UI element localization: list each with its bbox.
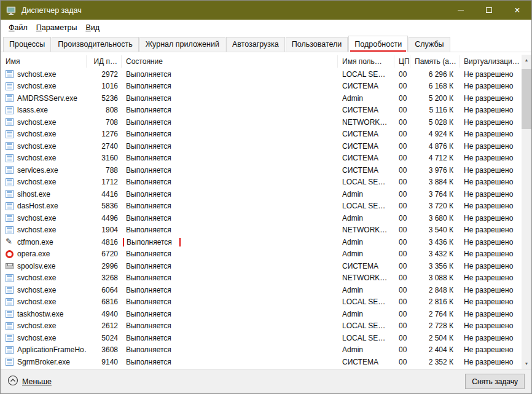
process-virtualization-cell: Не разрешено	[460, 202, 522, 210]
process-icon	[6, 274, 14, 282]
process-pid-cell: 3160	[87, 154, 122, 162]
process-status: Выполняется	[126, 118, 171, 127]
process-cpu-cell: 00	[394, 70, 410, 79]
process-cpu-cell: 00	[394, 297, 410, 306]
table-row[interactable]: svchost.exe 1904 Выполняется NETWORK… 00…	[1, 224, 522, 237]
tab-4-автозагрузка[interactable]: Автозагрузка	[226, 37, 285, 52]
process-status: Выполняется	[126, 286, 171, 294]
menu-view[interactable]: Вид	[81, 21, 104, 34]
table-row[interactable]: svchost.exe 2972 Выполняется LOCAL SE… 0…	[1, 68, 522, 81]
process-name: ctfmon.exe	[17, 238, 53, 246]
scrollbar-thumb[interactable]	[522, 69, 531, 129]
process-name-cell: svchost.exe	[1, 70, 87, 79]
process-status: Выполняется	[126, 82, 171, 90]
column-header-pid[interactable]: ИД п…	[87, 55, 122, 68]
table-row[interactable]: svchost.exe 2740 Выполняется СИСТЕМА 00 …	[1, 140, 522, 152]
column-header-cpu[interactable]: ЦП	[394, 55, 410, 68]
table-row[interactable]: svchost.exe 3268 Выполняется NETWORK… 00…	[1, 272, 522, 285]
table-row[interactable]: svchost.exe 6816 Выполняется LOCAL SE… 0…	[1, 296, 522, 309]
table-row[interactable]: ApplicationFrameHo… 3608 Выполняется Adm…	[1, 344, 522, 357]
table-row[interactable]: dasHost.exe 5836 Выполняется LOCAL SE… 0…	[1, 200, 522, 213]
task-manager-window: Диспетчер задач × Файл Параметры Вид Про…	[0, 0, 532, 394]
table-row[interactable]: ctfmon.exe 4816 Выполняется Admin 00 3 4…	[1, 236, 522, 248]
process-status: Выполняется	[126, 297, 171, 306]
tab-3-журнал приложений[interactable]: Журнал приложений	[139, 37, 225, 52]
table-row[interactable]: svchost.exe 6064 Выполняется Admin 00 2 …	[1, 284, 522, 296]
scroll-down-icon[interactable]: ▼	[522, 358, 531, 369]
process-cpu-cell: 00	[394, 238, 410, 246]
process-user-cell: LOCAL SE…	[338, 70, 394, 79]
column-header-status[interactable]: Состояние	[122, 55, 338, 68]
process-status-cell: Выполняется	[122, 297, 338, 306]
table-row[interactable]: svchost.exe 1276 Выполняется СИСТЕМА 00 …	[1, 128, 522, 141]
process-name: svchost.exe	[17, 82, 56, 90]
vertical-scrollbar[interactable]: ▲ ▼	[522, 55, 531, 369]
menu-file[interactable]: Файл	[4, 21, 32, 34]
process-name-cell: svchost.exe	[1, 226, 87, 234]
process-status-cell: Выполняется	[122, 118, 338, 127]
process-status-cell: Выполняется	[122, 178, 338, 186]
tab-2-производительность[interactable]: Производительность	[52, 37, 138, 52]
table-row[interactable]: sihost.exe 4416 Выполняется Admin 00 3 7…	[1, 188, 522, 200]
process-status: Выполняется	[126, 274, 171, 282]
process-memory-cell: 6 296 К	[410, 70, 460, 79]
process-icon	[6, 298, 14, 306]
table-row[interactable]: services.exe 788 Выполняется СИСТЕМА 00 …	[1, 164, 522, 176]
table-row[interactable]: lsass.exe 808 Выполняется СИСТЕМА 00 5 1…	[1, 104, 522, 117]
column-header-memory[interactable]: Память (а…	[410, 55, 460, 68]
table-row[interactable]: svchost.exe 5024 Выполняется LOCAL SE… 0…	[1, 332, 522, 344]
scroll-up-icon[interactable]: ▲	[522, 55, 531, 65]
title-bar[interactable]: Диспетчер задач ×	[1, 1, 531, 20]
process-memory-cell: 4 876 К	[410, 142, 460, 151]
process-virtualization-cell: Не разрешено	[460, 142, 522, 151]
maximize-button[interactable]	[475, 1, 503, 20]
tab-6-подробности[interactable]: Подробности	[348, 36, 408, 52]
process-icon	[6, 322, 14, 330]
process-memory-cell: 5 028 К	[410, 118, 460, 127]
process-status-cell: Выполняется	[122, 262, 338, 270]
process-status: Выполняется	[126, 226, 171, 234]
process-virtualization-cell: Не разрешено	[460, 226, 522, 234]
process-status: Выполняется	[126, 190, 171, 199]
process-pid-cell: 2612	[87, 321, 122, 330]
tab-label: Автозагрузка	[232, 40, 279, 49]
tab-1-процессы[interactable]: Процессы	[3, 37, 51, 52]
table-row[interactable]: svchost.exe 708 Выполняется NETWORK… 00 …	[1, 116, 522, 128]
table-row[interactable]: svchost.exe 1712 Выполняется LOCAL SE… 0…	[1, 176, 522, 189]
table-row[interactable]: AMDRSSServ.exe 5236 Выполняется Admin 00…	[1, 92, 522, 104]
column-header-virtualization[interactable]: Виртуализаци…	[460, 55, 522, 68]
process-status: Выполняется	[126, 310, 171, 318]
table-row[interactable]: svchost.exe 4496 Выполняется Admin 00 3 …	[1, 212, 522, 224]
process-name: svchost.exe	[17, 70, 56, 79]
process-cpu-cell: 00	[394, 202, 410, 210]
table-row[interactable]: opera.exe 6720 Выполняется Admin 00 3 43…	[1, 248, 522, 261]
process-virtualization-cell: Не разрешено	[460, 70, 522, 79]
minimize-button[interactable]	[447, 1, 475, 20]
process-pid-cell: 808	[87, 106, 122, 114]
table-row[interactable]: svchost.exe 2612 Выполняется LOCAL SE… 0…	[1, 320, 522, 333]
fewer-details-toggle[interactable]: Меньше	[7, 375, 52, 388]
table-row[interactable]: svchost.exe 3160 Выполняется СИСТЕМА 00 …	[1, 152, 522, 165]
close-button[interactable]: ×	[503, 1, 531, 20]
menu-options[interactable]: Параметры	[32, 21, 82, 34]
details-table: Имя ИД п… Состояние Имя поль… ЦП Память …	[1, 52, 531, 369]
tab-5-пользователи[interactable]: Пользователи	[286, 37, 348, 52]
process-pid-cell: 4940	[87, 310, 122, 318]
process-cpu-cell: 00	[394, 118, 410, 127]
process-name-cell: svchost.exe	[1, 82, 87, 90]
column-header-user[interactable]: Имя поль…	[338, 55, 394, 68]
table-row[interactable]: svchost.exe 1016 Выполняется СИСТЕМА 00 …	[1, 81, 522, 93]
process-virtualization-cell: Не разрешено	[460, 250, 522, 258]
process-cpu-cell: 00	[394, 82, 410, 90]
end-task-button[interactable]: Снять задачу	[465, 374, 525, 389]
column-header-name[interactable]: Имя	[1, 55, 87, 68]
process-name-cell: taskhostw.exe	[1, 310, 87, 318]
tab-7-службы[interactable]: Службы	[409, 37, 450, 52]
table-row[interactable]: taskhostw.exe 4940 Выполняется Admin 00 …	[1, 308, 522, 320]
process-status-cell: Выполняется	[122, 154, 338, 162]
table-row[interactable]: spoolsv.exe 2996 Выполняется СИСТЕМА 00 …	[1, 260, 522, 272]
process-name-cell: opera.exe	[1, 250, 87, 258]
process-name-cell: svchost.exe	[1, 321, 87, 330]
table-row[interactable]: SgrmBroker.exe 9140 Выполняется СИСТЕМА …	[1, 356, 522, 368]
process-memory-cell: 2 352 К	[410, 358, 460, 366]
